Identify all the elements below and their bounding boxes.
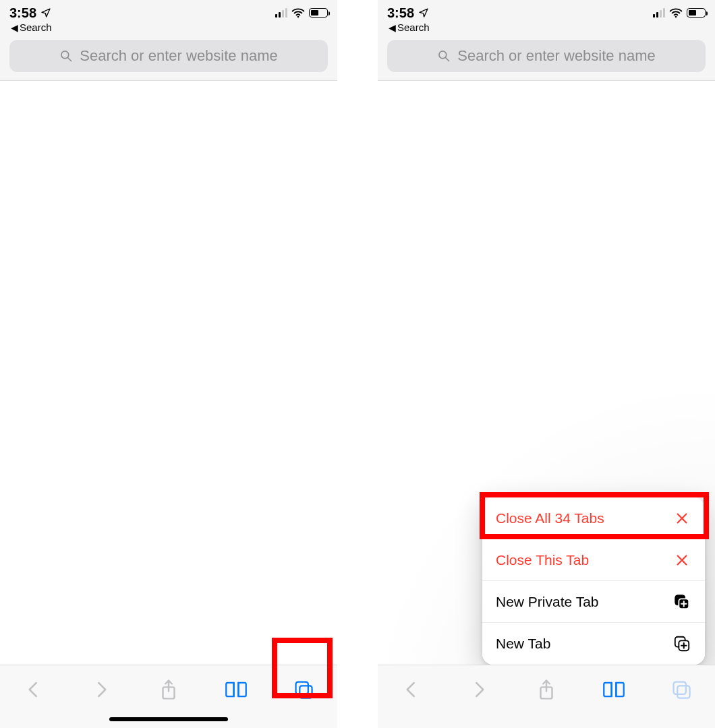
tabs-button[interactable] [662,675,700,704]
browser-top-chrome: 3:58 [0,0,337,81]
phone-screenshot-right: 3:58 [378,0,715,728]
back-chevron-icon: ◀ [11,22,18,33]
status-icons-right [653,7,706,18]
menu-item-new-private-tab[interactable]: New Private Tab [482,581,705,623]
close-icon [673,551,691,570]
share-button[interactable] [150,675,188,704]
tabs-button[interactable] [285,675,322,704]
browser-top-chrome: 3:58 [378,0,715,81]
bookmarks-button[interactable] [595,675,633,704]
url-search-placeholder: Search or enter website name [457,47,656,65]
location-arrow-icon [418,7,429,18]
back-to-app-button[interactable]: ◀ Search [11,22,328,33]
menu-item-close-all-tabs[interactable]: Close All 34 Tabs [482,497,705,539]
cellular-signal-icon [653,8,665,18]
svg-rect-8 [299,686,312,698]
svg-point-0 [297,16,299,18]
cellular-signal-icon [275,8,287,18]
wifi-icon [669,7,683,18]
url-search-placeholder: Search or enter website name [80,47,278,65]
back-chevron-icon: ◀ [389,22,396,33]
back-to-app-label: Search [397,22,430,33]
share-button[interactable] [527,675,565,704]
location-arrow-icon [40,7,51,18]
status-time-group: 3:58 [9,5,51,21]
back-to-app-label: Search [20,22,52,33]
battery-icon [687,8,706,18]
tabs-context-menu: Close All 34 Tabs Close This Tab New Pri… [482,497,705,665]
menu-item-new-tab[interactable]: New Tab [482,623,705,665]
svg-line-2 [68,58,72,61]
url-search-field[interactable]: Search or enter website name [9,40,328,72]
new-private-tab-icon [673,593,691,611]
svg-point-9 [675,16,677,18]
home-indicator[interactable] [109,717,228,721]
status-bar: 3:58 [9,5,328,20]
forward-button[interactable] [460,675,498,704]
wifi-icon [291,7,305,18]
back-to-app-button[interactable]: ◀ Search [389,22,706,33]
phone-screenshot-left: 3:58 [0,0,337,728]
status-time: 3:58 [387,5,414,21]
forward-button[interactable] [82,675,120,704]
new-tab-icon [673,634,691,653]
svg-rect-7 [296,682,308,694]
bookmarks-button[interactable] [217,675,255,704]
search-icon [437,49,451,63]
browser-toolbar [378,665,715,728]
url-search-field[interactable]: Search or enter website name [387,40,706,72]
status-icons-right [275,7,328,18]
svg-line-11 [446,58,449,61]
status-time-group: 3:58 [387,5,429,21]
status-time: 3:58 [9,5,36,21]
svg-rect-29 [677,686,689,698]
menu-item-label: New Tab [496,636,550,652]
battery-icon [309,8,328,18]
menu-item-label: Close This Tab [496,552,589,568]
close-icon [673,509,691,528]
back-button[interactable] [15,675,53,704]
menu-item-label: New Private Tab [496,594,599,610]
status-bar: 3:58 [387,5,706,20]
menu-item-close-this-tab[interactable]: Close This Tab [482,539,705,581]
back-button[interactable] [393,675,430,704]
search-icon [59,49,73,63]
svg-rect-28 [674,682,686,694]
browser-toolbar [0,665,337,728]
menu-item-label: Close All 34 Tabs [496,510,604,526]
